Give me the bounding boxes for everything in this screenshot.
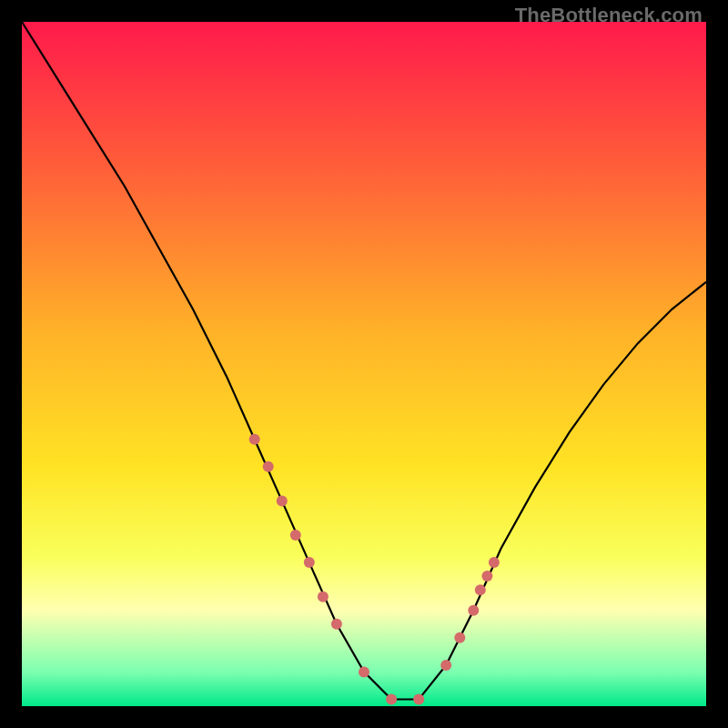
marker-point: [413, 694, 424, 705]
marker-point: [249, 434, 260, 445]
marker-point: [468, 605, 479, 616]
marker-point: [475, 584, 486, 595]
gradient-background: [22, 22, 706, 706]
chart-svg: [22, 22, 706, 706]
chart-frame: TheBottleneck.com: [0, 0, 728, 728]
marker-point: [481, 571, 492, 581]
marker-point: [440, 660, 451, 671]
marker-point: [454, 632, 465, 643]
plot-area: [22, 22, 706, 706]
marker-point: [277, 495, 288, 506]
watermark-text: TheBottleneck.com: [515, 4, 703, 27]
marker-point: [290, 530, 301, 541]
marker-point: [304, 557, 315, 568]
marker-point: [359, 666, 369, 677]
marker-point: [263, 461, 274, 472]
marker-point: [489, 557, 500, 568]
marker-point: [331, 619, 342, 630]
marker-point: [318, 592, 329, 602]
marker-point: [386, 694, 397, 705]
